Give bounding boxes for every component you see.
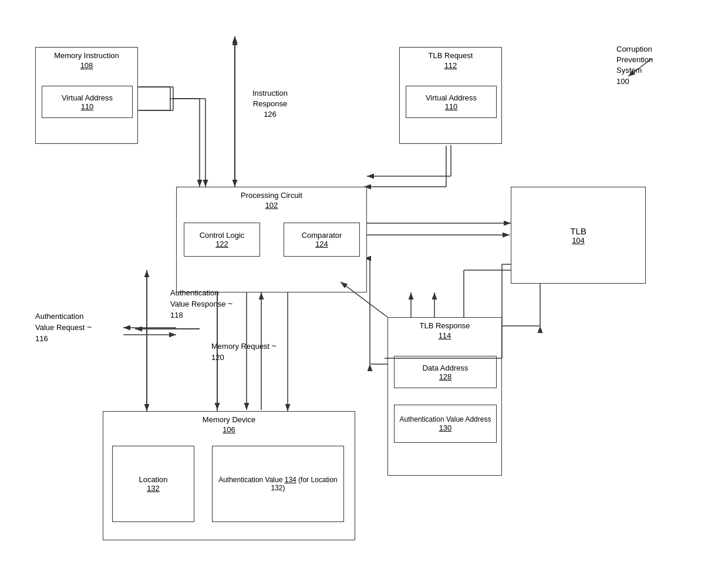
data-address-label: Data Address (422, 364, 468, 372)
processing-circuit-title: Processing Circuit 102 (177, 191, 366, 211)
instruction-response-label: InstructionResponse126 (241, 88, 299, 120)
virtual-address-box-2: Virtual Address 110 (406, 86, 497, 118)
auth-value-box: Authentication Value 134 (for Location 1… (212, 446, 344, 522)
virtual-address-label-1: Virtual Address (62, 93, 113, 102)
virtual-address-label-2: Virtual Address (426, 93, 477, 102)
control-logic-label: Control Logic (200, 231, 245, 240)
memory-request-label: Memory Request ~120 (211, 341, 288, 363)
auth-value-label: Authentication Value 134 (for Location 1… (215, 476, 341, 492)
control-logic-number: 122 (215, 240, 228, 248)
auth-value-request-label: AuthenticationValue Request ~116 (35, 311, 123, 344)
memory-instruction-box: Memory Instruction 108 Virtual Address 1… (35, 47, 138, 144)
memory-device-box: Memory Device 106 Location 132 Authentic… (103, 411, 355, 540)
auth-value-address-label: Authentication Value Address (400, 415, 491, 423)
tlb-request-box: TLB Request 112 Virtual Address 110 (399, 47, 502, 144)
data-address-box: Data Address 128 (394, 356, 497, 388)
tlb-response-title: TLB Response 114 (388, 321, 501, 341)
location-box: Location 132 (112, 446, 194, 522)
tlb-response-box: TLB Response 114 Data Address 128 Authen… (387, 317, 502, 476)
tlb-box: TLB 104 (511, 187, 646, 284)
location-number: 132 (147, 484, 160, 493)
control-logic-box: Control Logic 122 (184, 223, 260, 257)
auth-value-response-label: AuthenticationValue Response ~118 (170, 288, 255, 321)
tlb-request-title: TLB Request 112 (400, 51, 501, 71)
location-label: Location (139, 475, 167, 484)
auth-value-address-box: Authentication Value Address 130 (394, 405, 497, 443)
memory-device-title: Memory Device 106 (103, 415, 355, 435)
virtual-address-box-1: Virtual Address 110 (42, 86, 133, 118)
comparator-number: 124 (315, 240, 328, 248)
comparator-label: Comparator (302, 231, 342, 240)
virtual-address-number-1: 110 (81, 102, 94, 111)
virtual-address-number-2: 110 (445, 102, 458, 111)
corruption-prevention-label: CorruptionPreventionSystem100 (616, 44, 710, 87)
data-address-number: 128 (439, 372, 452, 381)
tlb-label: TLB (570, 226, 587, 236)
memory-instruction-title: Memory Instruction 108 (36, 51, 137, 71)
tlb-number: 104 (572, 236, 585, 245)
processing-circuit-box: Processing Circuit 102 Control Logic 122… (176, 187, 367, 292)
comparator-box: Comparator 124 (284, 223, 360, 257)
auth-value-address-number: 130 (439, 423, 452, 432)
